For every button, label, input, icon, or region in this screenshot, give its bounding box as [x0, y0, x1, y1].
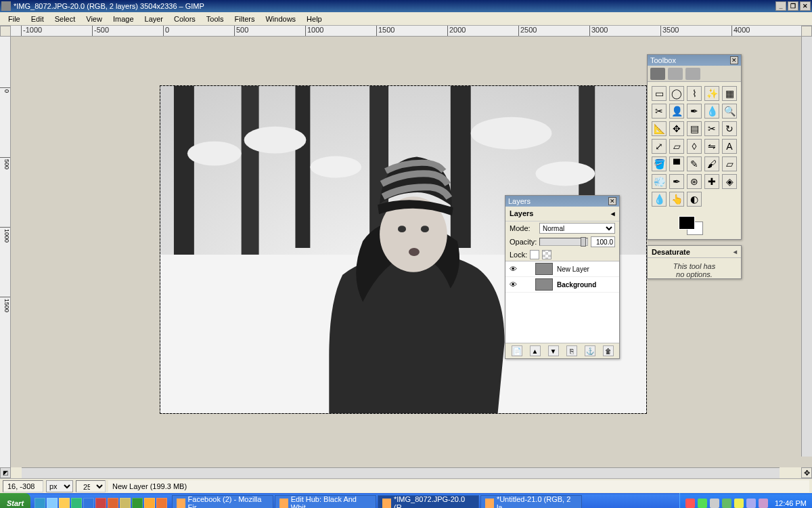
- blur-icon[interactable]: 💧: [652, 192, 667, 207]
- eye-icon[interactable]: 👁: [508, 280, 518, 289]
- menu-image[interactable]: Image: [108, 14, 139, 24]
- toolbox-close-icon[interactable]: ✕: [730, 56, 738, 64]
- rect-select-icon[interactable]: ▭: [652, 86, 667, 101]
- pencil-icon[interactable]: ✎: [687, 156, 702, 171]
- blend-icon[interactable]: ▀: [669, 156, 684, 171]
- text-icon[interactable]: A: [722, 139, 737, 154]
- foreground-color[interactable]: [679, 216, 695, 230]
- menu-view[interactable]: View: [81, 14, 108, 24]
- paintbrush-icon[interactable]: 🖌: [704, 156, 719, 171]
- menu-colors[interactable]: Colors: [168, 14, 201, 24]
- layer-row[interactable]: 👁 Background: [505, 277, 619, 293]
- flip-icon[interactable]: ⇋: [704, 139, 719, 154]
- new-layer-icon[interactable]: 📄: [512, 345, 522, 356]
- scale-icon[interactable]: ⤢: [652, 139, 667, 154]
- ruler-corner[interactable]: [0, 26, 11, 37]
- bucket-fill-icon[interactable]: 🪣: [652, 156, 667, 171]
- raise-layer-icon[interactable]: ▲: [530, 345, 541, 356]
- menu-help[interactable]: Help: [301, 14, 328, 24]
- taskbar-task[interactable]: Facebook (2) - Mozilla Fir...: [172, 495, 273, 508]
- scrollbar-vertical[interactable]: [801, 37, 812, 457]
- airbrush-icon[interactable]: 💨: [652, 174, 667, 189]
- ruler-horizontal[interactable]: -1000-5000500100015002000250030003500400…: [11, 26, 801, 37]
- perspective-clone-icon[interactable]: ◈: [722, 174, 737, 189]
- perspective-icon[interactable]: ◊: [687, 139, 702, 154]
- foreground-select-icon[interactable]: 👤: [669, 104, 684, 119]
- taskbar-task[interactable]: *IMG_8072.JPG-20.0 (R...: [378, 495, 479, 508]
- color-picker-icon[interactable]: 💧: [704, 104, 719, 119]
- nav-preview-button[interactable]: ✥: [801, 467, 812, 478]
- layer-row[interactable]: 👁 New Layer: [505, 261, 619, 277]
- toolbox-tab3-icon[interactable]: [685, 68, 700, 80]
- color-swatches[interactable]: [648, 211, 741, 239]
- ql-misc-icon[interactable]: [156, 498, 167, 508]
- toolbox-panel[interactable]: Toolbox ✕ ▭◯⌇✨▦✂👤✒💧🔍📐✥▤✂↻⤢▱◊⇋A🪣▀✎🖌▱💨✒⊛✚◈…: [647, 54, 742, 240]
- clone-icon[interactable]: ⊛: [687, 174, 702, 189]
- measure-icon[interactable]: 📐: [652, 121, 667, 136]
- zoom-select[interactable]: 25 %: [76, 480, 106, 492]
- toolbox-tab-icon[interactable]: [650, 68, 665, 80]
- ruler-vertical[interactable]: 050010001500: [0, 37, 11, 467]
- tray-icon-5[interactable]: [734, 499, 744, 508]
- crop-icon[interactable]: ✂: [704, 121, 719, 136]
- move-icon[interactable]: ✥: [669, 121, 684, 136]
- scrollbar-horizontal[interactable]: [22, 467, 780, 478]
- eraser-icon[interactable]: ▱: [722, 156, 737, 171]
- qmask-toggle[interactable]: ◩: [0, 467, 11, 478]
- panel-menu-icon[interactable]: ◂: [734, 248, 737, 255]
- tray-icon-4[interactable]: [722, 499, 731, 508]
- fuzzy-select-icon[interactable]: ✨: [704, 86, 719, 101]
- ql-cd-icon[interactable]: [144, 498, 155, 508]
- taskbar-task[interactable]: Edit Hub: Black And Whit...: [275, 495, 376, 508]
- layers-panel-title[interactable]: Layers ✕: [505, 196, 619, 207]
- tray-icon-6[interactable]: [746, 499, 756, 508]
- color-select-icon[interactable]: ▦: [722, 86, 737, 101]
- ql-excel-icon[interactable]: [71, 498, 82, 508]
- toolbox-title[interactable]: Toolbox ✕: [648, 55, 741, 66]
- menu-tools[interactable]: Tools: [201, 14, 229, 24]
- opacity-input[interactable]: [591, 236, 615, 247]
- ellipse-select-icon[interactable]: ◯: [669, 86, 684, 101]
- tray-icon-7[interactable]: [759, 499, 768, 508]
- menu-layer[interactable]: Layer: [139, 14, 169, 24]
- tool-options-panel[interactable]: Desaturate ◂ This tool has no options.: [647, 245, 742, 279]
- start-button[interactable]: Start: [0, 493, 30, 508]
- anchor-layer-icon[interactable]: ⚓: [585, 345, 595, 356]
- eye-icon[interactable]: 👁: [508, 264, 518, 274]
- tray-icon-3[interactable]: [710, 499, 719, 508]
- zoom-icon[interactable]: 🔍: [722, 104, 737, 119]
- ql-explorer-icon[interactable]: [120, 498, 131, 508]
- smudge-icon[interactable]: 👆: [669, 192, 684, 207]
- shear-icon[interactable]: ▱: [669, 139, 684, 154]
- ql-outlook-icon[interactable]: [59, 498, 70, 508]
- paths-icon[interactable]: ✒: [687, 104, 702, 119]
- ql-media-icon[interactable]: [132, 498, 143, 508]
- rotate-icon[interactable]: ↻: [722, 121, 737, 136]
- ink-icon[interactable]: ✒: [669, 174, 684, 189]
- menu-windows[interactable]: Windows: [260, 14, 301, 24]
- ql-access-icon[interactable]: [95, 498, 106, 508]
- close-button[interactable]: ✕: [800, 1, 811, 11]
- ql-ie-icon[interactable]: [35, 498, 45, 508]
- taskbar-clock[interactable]: 12:46 PM: [771, 499, 807, 507]
- free-select-icon[interactable]: ⌇: [687, 86, 702, 101]
- ql-word-icon[interactable]: [83, 498, 94, 508]
- ql-ppt-icon[interactable]: [108, 498, 118, 508]
- delete-layer-icon[interactable]: 🗑: [603, 345, 614, 356]
- opacity-slider[interactable]: [539, 238, 588, 246]
- menu-select[interactable]: Select: [49, 14, 81, 24]
- dodge-burn-icon[interactable]: ◐: [687, 192, 702, 207]
- layers-panel[interactable]: Layers ✕ Layers ◂ Mode: Normal Opacity: …: [505, 195, 620, 359]
- ql-desktop-icon[interactable]: [47, 498, 58, 508]
- menu-edit[interactable]: Edit: [26, 14, 49, 24]
- mode-select[interactable]: Normal: [539, 223, 615, 234]
- heal-icon[interactable]: ✚: [704, 174, 719, 189]
- toolbox-tab2-icon[interactable]: [668, 68, 683, 80]
- menu-file[interactable]: File: [3, 14, 26, 24]
- duplicate-layer-icon[interactable]: ⎘: [566, 345, 577, 356]
- lock-alpha-icon[interactable]: [542, 250, 551, 259]
- layers-close-icon[interactable]: ✕: [608, 197, 616, 205]
- minimize-button[interactable]: _: [775, 1, 786, 11]
- lower-layer-icon[interactable]: ▼: [548, 345, 559, 356]
- tray-icon-2[interactable]: [698, 499, 707, 508]
